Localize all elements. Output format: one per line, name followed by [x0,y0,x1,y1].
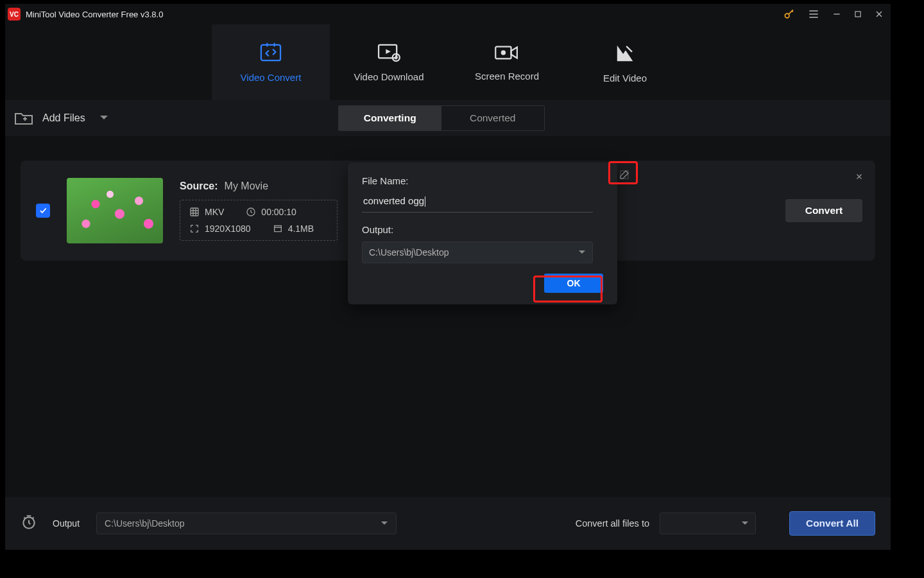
output-path-value: C:\Users\bj\Desktop [369,247,449,258]
app-title: MiniTool Video Converter Free v3.8.0 [26,10,163,19]
output-path-select[interactable]: C:\Users\bj\Desktop [96,512,397,534]
chevron-down-icon [741,521,749,526]
remove-file-icon[interactable] [855,172,864,184]
convert-all-label: Convert all files to [576,518,649,529]
maximize-icon[interactable] [853,10,862,19]
edit-filename-icon[interactable] [617,167,632,182]
segment-converted[interactable]: Converted [441,106,544,130]
minimize-icon[interactable] [832,9,842,19]
schedule-icon[interactable] [21,514,37,533]
status-segment: Converting Converted [338,105,545,131]
format-cell: MKV [189,207,224,217]
duration-value: 00:00:10 [261,207,296,217]
chevron-down-icon [578,250,586,255]
svg-point-0 [785,13,789,18]
resolution-value: 1920X1080 [205,223,251,234]
main-nav: Video Convert Video Download Screen Reco… [5,24,891,100]
output-label: Output [53,518,80,529]
ok-button[interactable]: OK [544,274,603,293]
close-icon[interactable] [874,9,884,19]
segment-converting[interactable]: Converting [339,106,441,130]
source-name: My Movie [225,180,268,192]
tab-video-convert[interactable]: Video Convert [212,24,330,100]
chevron-down-icon [381,521,388,526]
text-caret-icon [425,197,425,207]
video-thumbnail[interactable] [67,178,163,243]
key-icon[interactable] [783,8,796,21]
size-cell: 4.1MB [273,223,314,234]
convert-button[interactable]: Convert [785,199,862,222]
app-logo-icon: VC [8,8,21,21]
add-files-label: Add Files [42,112,85,124]
tab-edit-video-label: Edit Video [603,73,647,83]
tab-video-convert-label: Video Convert [241,72,302,83]
folder-plus-icon [14,110,33,126]
tab-screen-record-label: Screen Record [475,71,539,82]
output-label: Output: [362,224,603,235]
output-path-dropdown[interactable]: C:\Users\bj\Desktop [362,241,593,263]
file-details: MKV 00:00:10 1920X1080 [180,200,338,241]
filename-value: converted ogg [363,195,424,206]
resolution-cell: 1920X1080 [189,223,251,234]
window-controls [783,8,891,21]
duration-cell: 00:00:10 [246,207,296,217]
filename-label: File Name: [362,175,603,186]
filename-input[interactable]: converted ogg [362,194,593,213]
file-checkbox[interactable] [36,204,50,218]
title-bar: VC MiniTool Video Converter Free v3.8.0 [5,4,891,24]
chevron-down-icon [99,112,108,124]
tab-video-download-label: Video Download [354,71,424,82]
tab-screen-record[interactable]: Screen Record [448,24,566,100]
svg-rect-2 [261,44,280,60]
footer-bar: Output C:\Users\bj\Desktop Convert all f… [5,497,891,550]
svg-rect-7 [191,208,198,216]
tab-edit-video[interactable]: Edit Video [566,24,684,100]
menu-icon[interactable] [807,8,820,21]
sub-toolbar: Add Files Converting Converted [5,100,891,136]
size-value: 4.1MB [288,223,314,234]
rename-dialog: File Name: converted ogg Output: C:\User… [348,162,617,304]
svg-rect-1 [855,12,860,17]
convert-all-button[interactable]: Convert All [789,511,875,536]
svg-point-6 [501,50,506,55]
format-value: MKV [205,207,224,217]
target-format-select[interactable] [660,512,756,534]
output-path-value: C:\Users\bj\Desktop [105,518,184,529]
source-label: Source: [180,180,218,192]
add-files-button[interactable]: Add Files [14,110,108,126]
tab-video-download[interactable]: Video Download [330,24,448,100]
